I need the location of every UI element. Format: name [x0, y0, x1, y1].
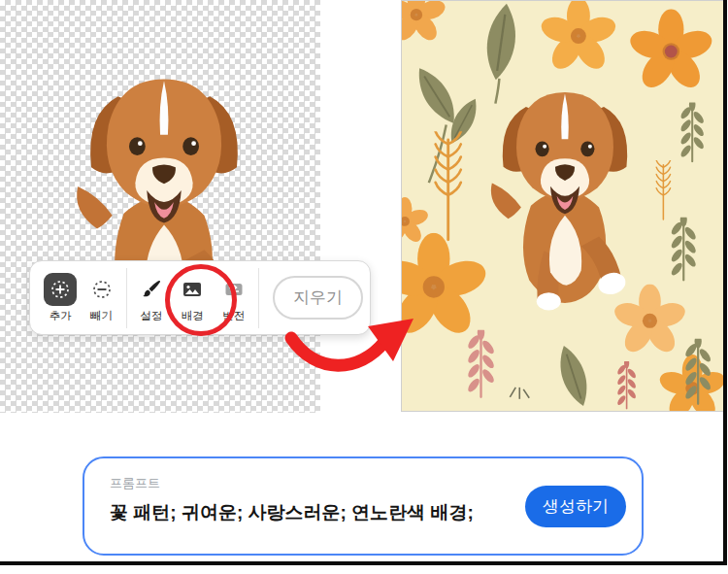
tool-invert[interactable]: 반전	[214, 273, 254, 323]
prompt-panel: 프롬프트 꽃 패턴; 귀여운; 사랑스러운; 연노란색 배경; 생성하기	[83, 456, 644, 556]
selection-toolbar: 추가 빼기 설정 배경	[29, 260, 371, 335]
tool-background-label: 배경	[182, 309, 204, 323]
prompt-input[interactable]: 꽃 패턴; 귀여운; 사랑스러운; 연노란색 배경;	[110, 500, 474, 525]
tool-invert-label: 반전	[222, 309, 245, 323]
add-selection-icon	[44, 273, 77, 306]
brush-settings-icon	[135, 273, 168, 306]
source-image-canvas[interactable]	[0, 0, 320, 413]
puppy-image	[491, 92, 628, 311]
tool-add[interactable]: 추가	[40, 273, 81, 323]
tool-subtract[interactable]: 빼기	[81, 273, 121, 323]
tool-add-label: 추가	[50, 309, 72, 323]
tool-subtract-label: 빼기	[90, 309, 113, 323]
frame-border-right	[723, 0, 727, 565]
clear-button[interactable]: 지우기	[273, 276, 363, 320]
frame-border-bottom	[0, 561, 727, 565]
toolbar-divider	[258, 268, 259, 328]
tool-settings[interactable]: 설정	[131, 273, 172, 323]
prompt-label: 프롬프트	[110, 475, 160, 492]
invert-selection-icon	[217, 273, 250, 306]
tool-background[interactable]: 배경	[172, 273, 213, 323]
result-image-preview	[401, 0, 725, 412]
generate-button[interactable]: 생성하기	[525, 486, 626, 527]
background-image-icon	[176, 273, 209, 306]
tool-settings-label: 설정	[140, 309, 162, 323]
subtract-selection-icon	[85, 273, 118, 306]
toolbar-divider	[126, 268, 127, 328]
flower-pattern-background	[402, 1, 724, 411]
